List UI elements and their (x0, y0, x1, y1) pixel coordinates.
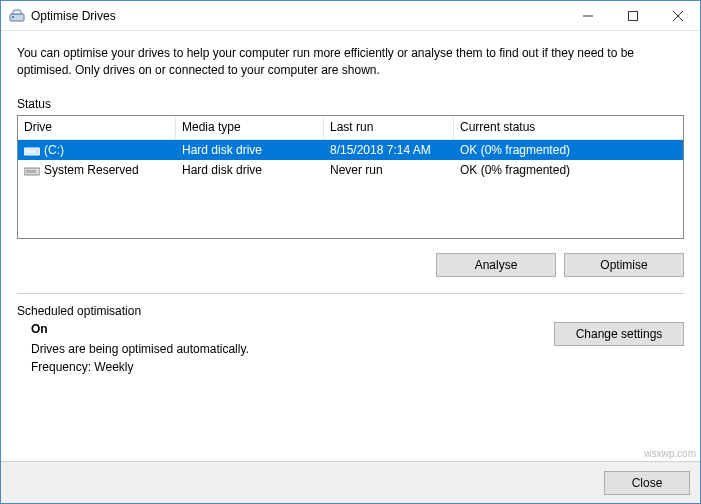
minimize-button[interactable] (565, 1, 610, 30)
col-last[interactable]: Last run (324, 116, 454, 139)
svg-rect-9 (26, 170, 36, 173)
table-row[interactable]: System Reserved Hard disk drive Never ru… (18, 160, 683, 180)
description-text: You can optimise your drives to help you… (17, 45, 684, 79)
svg-rect-7 (26, 150, 36, 153)
action-buttons: Analyse Optimise (17, 253, 684, 277)
maximize-button[interactable] (610, 1, 655, 30)
current-status: OK (0% fragmented) (454, 163, 683, 177)
scheduled-label: Scheduled optimisation (17, 304, 684, 318)
optimise-drives-window: Optimise Drives You can optimise your dr… (0, 0, 701, 504)
divider (17, 293, 684, 294)
scheduled-line1: Drives are being optimised automatically… (31, 342, 554, 356)
media-type: Hard disk drive (176, 163, 324, 177)
titlebar: Optimise Drives (1, 1, 700, 31)
drives-table: Drive Media type Last run Current status… (17, 115, 684, 239)
table-row[interactable]: (C:) Hard disk drive 8/15/2018 7:14 AM O… (18, 140, 683, 160)
status-label: Status (17, 97, 684, 111)
current-status: OK (0% fragmented) (454, 143, 683, 157)
close-button[interactable] (655, 1, 700, 30)
drive-name: (C:) (44, 143, 64, 157)
svg-rect-3 (628, 11, 637, 20)
analyse-button[interactable]: Analyse (436, 253, 556, 277)
change-settings-button[interactable]: Change settings (554, 322, 684, 346)
scheduled-info: On Drives are being optimised automatica… (17, 322, 554, 378)
footer: Close (1, 461, 700, 503)
drive-icon (24, 164, 40, 176)
col-status[interactable]: Current status (454, 116, 683, 139)
drive-name: System Reserved (44, 163, 139, 177)
scheduled-line2: Frequency: Weekly (31, 360, 554, 374)
last-run: Never run (324, 163, 454, 177)
scheduled-state: On (31, 322, 554, 336)
drive-icon (24, 144, 40, 156)
optimise-button[interactable]: Optimise (564, 253, 684, 277)
table-header: Drive Media type Last run Current status (18, 116, 683, 140)
col-drive[interactable]: Drive (18, 116, 176, 139)
body: You can optimise your drives to help you… (1, 31, 700, 461)
drive-app-icon (9, 8, 25, 24)
window-title: Optimise Drives (31, 9, 565, 23)
svg-rect-1 (12, 16, 14, 18)
last-run: 8/15/2018 7:14 AM (324, 143, 454, 157)
media-type: Hard disk drive (176, 143, 324, 157)
close-dialog-button[interactable]: Close (604, 471, 690, 495)
scheduled-area: On Drives are being optimised automatica… (17, 322, 684, 378)
col-media[interactable]: Media type (176, 116, 324, 139)
